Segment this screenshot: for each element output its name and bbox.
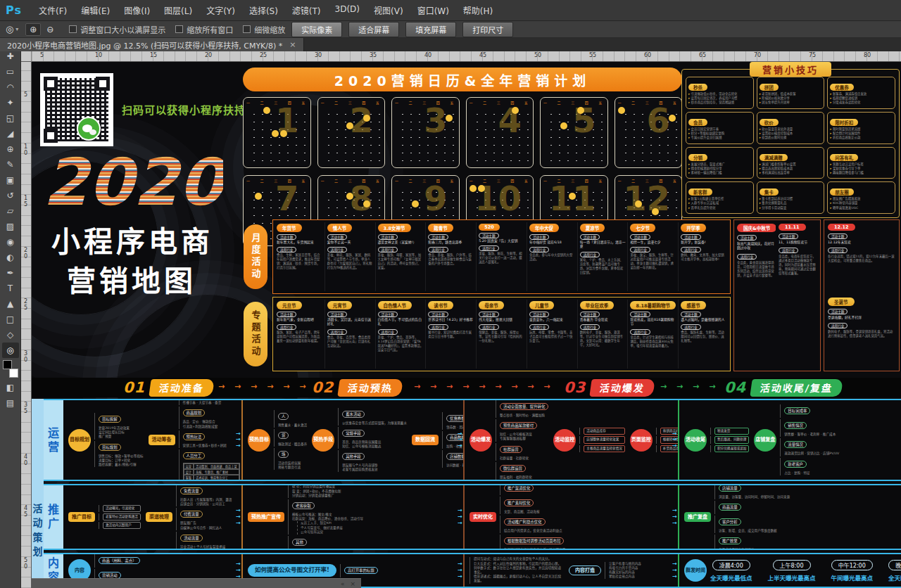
menu-item[interactable]: 视图(V) <box>367 1 410 19</box>
month-number: 8 <box>350 181 373 215</box>
activity-industry: 保健品、美妆、服饰、按摩仪等，宣传主题可引导「给妈妈的一份礼物」。 <box>479 331 524 343</box>
phase-number: 04 <box>724 379 746 396</box>
menu-item[interactable]: 3D(D) <box>328 1 367 19</box>
clone-stamp-tool[interactable]: ▣ <box>2 172 19 188</box>
send-time: 中午12:00午间曝光最高点 <box>831 560 874 582</box>
document-canvas[interactable]: 扫码可以获得小程序扶持 2020 小程序电商 营销地图 2020营销日历&全年营… <box>32 62 901 588</box>
menu-item[interactable]: 编辑(E) <box>74 1 117 19</box>
row-label-char: 营 <box>48 440 59 454</box>
tip-line: 首单礼包提升转化 <box>688 206 751 210</box>
dropdown-caret-icon[interactable]: ▾ <box>15 26 18 32</box>
industry-tag: 适用行业 <box>737 254 757 260</box>
eyedropper-tool[interactable]: ◢ <box>2 126 19 141</box>
option-checkbox-0[interactable]: 调整窗口大小以满屏显示 <box>69 24 165 35</box>
month-number: 7 <box>275 181 298 215</box>
menu-item[interactable]: 窗口(W) <box>410 1 456 19</box>
zoom-in-button[interactable]: ⊕ <box>25 23 41 36</box>
eraser-tool[interactable]: ▱ <box>2 203 19 219</box>
row-label-char: 广 <box>48 517 59 531</box>
menu-item[interactable]: 选择(S) <box>242 1 285 19</box>
send-time: 晚上22:00全天曝光最高点 <box>888 560 901 582</box>
branch-lines: 提问互动式：阅读与自己有关的文章是每个人的天分。巨大反差式：代入对比性强烈的事物… <box>474 557 564 583</box>
background-color-swatch[interactable] <box>9 369 18 378</box>
mindmap-node: 活动收尾 <box>684 429 707 452</box>
screen-mode-icon[interactable]: ▤ <box>2 395 19 411</box>
shape-tool[interactable]: □ <box>2 312 19 327</box>
checkbox-icon[interactable] <box>69 25 77 33</box>
activity-title: 年货节 <box>277 224 302 232</box>
activity-industry: 美妆、服饰、鲜花、生鲜等，相关行业可以来打一送一活动，赠送恋人甜蜜礼。 <box>479 252 524 264</box>
status-glyph[interactable]: × <box>350 580 355 587</box>
qr-caption: 扫码可以获得小程序扶持 <box>122 102 246 117</box>
mindmap-branches: 免费流量社群人员（专属客服等）内测、邀请店铺会员 · 分销团队 · 公司员工付费… <box>176 485 232 549</box>
mindmap-branch: 活动全面放量、提升转化整点秒杀 · 限时特价 · 满赠加购 <box>496 400 548 418</box>
mindmap-branches: 高打开率的标题 <box>340 564 378 577</box>
quick-selection-tool[interactable]: ✦ <box>2 95 19 110</box>
healing-brush-tool[interactable]: ⊕ <box>2 141 19 157</box>
hand-tool[interactable]: ◇ <box>2 327 19 343</box>
branch-lines: 文案、商品图、活动海报 <box>504 510 565 514</box>
industry-tag: 适用行业 <box>277 324 296 330</box>
mindmap-branch: 推广效果各渠道流量转化数据评估 <box>714 535 790 549</box>
branch-lines: 让客户有参与感的内容有吸引力的干货内容有趣又好玩的内容紧贴社会热点内容 <box>609 562 641 580</box>
tab-close-icon[interactable]: × <box>289 40 296 49</box>
status-glyph[interactable]: « <box>341 580 345 587</box>
branch-lines: 朋友圈广告自媒体公众号合作 · 网红达人 <box>180 521 232 530</box>
flow-arrows-icon: → → → <box>236 430 241 449</box>
branch-lines: 销售目标：爆款+客单价等指标流量目标：订单×转化路径拆解：蓄水/预热/引爆 <box>99 454 144 468</box>
type-tool[interactable]: T <box>2 281 19 296</box>
mindmap-node: 推广目标 <box>68 512 95 522</box>
theme-tag: 活动主题 <box>529 234 549 240</box>
marquee-tool[interactable]: ▭ <box>2 64 19 79</box>
theme-tag: 活动主题 <box>828 234 848 239</box>
document-tab[interactable]: 2020小程序电商营销地图.jpg @ 12.5% (扫码可以获得小程序扶持, … <box>0 38 304 51</box>
foreground-color-swatch[interactable] <box>3 360 12 369</box>
option-button-0[interactable]: 实际像素 <box>291 22 342 37</box>
option-checkbox-1[interactable]: 缩放所有窗口 <box>175 24 233 35</box>
branch-line: 情景讲述式：越戳痛点，更能打动人心，让人不自觉关注后续发展。 <box>474 575 564 583</box>
branch-line: 自媒体公众号合作 · 网红达人 <box>180 526 232 530</box>
mindmap-branch: 社群运营社群接量 · 社群转化 <box>496 443 548 461</box>
send-time-pill: 中午12:00 <box>831 560 873 570</box>
zoom-out-button[interactable]: ⊖ <box>42 23 58 36</box>
menu-item[interactable]: 图层(L) <box>157 1 199 19</box>
menu-item[interactable]: 滤镜(T) <box>285 1 328 19</box>
brush-tool[interactable]: ✎ <box>2 157 19 172</box>
gradient-tool[interactable]: ▨ <box>2 219 19 234</box>
theme-tag: 活动主题 <box>277 234 296 240</box>
checkbox-icon[interactable] <box>243 25 251 33</box>
menu-item[interactable]: 帮助(H) <box>456 1 500 19</box>
tip-lines: 老带新拼团，低成本获客阶梯团价格刺激分享团长免单提升开团率 <box>760 92 822 105</box>
dodge-tool[interactable]: ◐ <box>2 250 19 265</box>
checkbox-label: 缩放所有窗口 <box>187 24 233 35</box>
option-checkbox-2[interactable]: 细微缩放 <box>243 24 285 35</box>
menu-item[interactable]: 文件(F) <box>32 1 74 19</box>
flow-arrows-icon: → → → <box>236 508 241 526</box>
menu-item[interactable]: 图像(I) <box>117 1 157 19</box>
option-button-3[interactable]: 打印尺寸 <box>462 22 513 37</box>
tip-box: 集卡集卡签到培养访问习惯集齐兑换限量礼品分享得卡带动裂变 <box>757 181 825 214</box>
tip-box: 秒杀引流爆款低价秒杀，带动全店转化设置每日固定场次，养成用户习惯秒杀商品控制库存… <box>686 77 754 109</box>
zoom-tool[interactable]: ◎ <box>2 343 19 358</box>
branch-lines: 各渠道流量转化数据评估 <box>719 548 790 549</box>
branch-line: 结合用户的需求点，优化完善活动利益点 <box>504 529 565 533</box>
highlighted-date <box>652 208 659 215</box>
zoom-tool-icon: ◎▾ <box>6 24 18 34</box>
lasso-tool[interactable]: ◠ <box>2 79 19 95</box>
branch-label: 人员分工 <box>183 452 206 459</box>
photoshop-logo: Ps <box>6 4 22 17</box>
crop-tool[interactable]: ◱ <box>2 110 19 126</box>
mindmap-branch: 高打开率的标题 <box>340 564 378 577</box>
blur-tool[interactable]: ◉ <box>2 234 19 250</box>
color-swatches[interactable] <box>3 360 18 378</box>
quick-mask-icon[interactable]: ◧ <box>2 380 19 395</box>
activity-title: 8.18暑期购物节 <box>630 301 676 309</box>
menu-item[interactable]: 文字(Y) <box>199 1 242 19</box>
option-button-1[interactable]: 适合屏幕 <box>348 22 399 37</box>
history-brush-tool[interactable]: ↺ <box>2 188 19 203</box>
photoshop-window: { "chrome": { "logo": "Ps", "menus": ["文… <box>0 0 901 588</box>
path-selection-tool[interactable]: ▲ <box>2 296 19 312</box>
checkbox-icon[interactable] <box>175 25 183 33</box>
option-button-2[interactable]: 填充屏幕 <box>405 22 456 37</box>
pen-tool[interactable]: ✒ <box>2 265 19 281</box>
